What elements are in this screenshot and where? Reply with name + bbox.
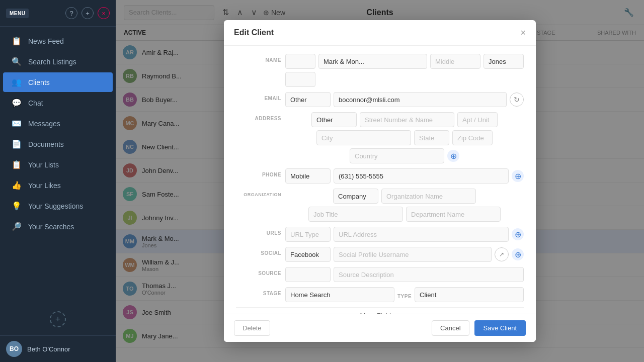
sidebar-item-your-lists[interactable]: 📋 Your Lists: [3, 155, 113, 174]
social-row: SOCIAL ↗ ⊕: [236, 247, 524, 262]
save-client-button[interactable]: Save Client: [474, 320, 526, 336]
add-phone-button[interactable]: ⊕: [512, 170, 524, 182]
add-client-button[interactable]: +: [50, 311, 66, 327]
social-label: SOCIAL: [236, 247, 281, 256]
sidebar-item-label: Your Likes: [28, 182, 61, 190]
job-title-input[interactable]: [308, 207, 403, 222]
name-label: NAME: [236, 54, 281, 63]
type-value-input[interactable]: [415, 287, 524, 302]
phone-label: PHONE: [236, 168, 281, 177]
name-last-input[interactable]: [484, 54, 524, 69]
cancel-button[interactable]: Cancel: [432, 320, 469, 336]
close-icon[interactable]: ×: [98, 7, 110, 19]
source-label: SOURCE: [236, 267, 281, 276]
phone-value-input[interactable]: [334, 168, 509, 184]
sidebar-item-your-likes[interactable]: 👍 Your Likes: [3, 175, 113, 195]
sidebar-item-label: Messages: [28, 120, 60, 128]
help-icon[interactable]: ?: [65, 7, 77, 19]
phone-fields: ⊕: [285, 168, 524, 184]
type-label: TYPE: [397, 290, 412, 299]
sidebar-item-search-listings[interactable]: 🔍 Search Listings: [3, 52, 113, 71]
sidebar-item-messages[interactable]: ✉️ Messages: [3, 114, 113, 133]
name-row: NAME: [236, 54, 524, 87]
sidebar-item-label: Your Searches: [28, 223, 74, 231]
name-first-input[interactable]: [318, 54, 427, 69]
sidebar-item-label: Your Suggestions: [28, 202, 83, 210]
source-fields: [285, 267, 524, 282]
sidebar-nav: 📋 News Feed 🔍 Search Listings 👥 Clients …: [0, 27, 116, 303]
your-suggestions-icon: 💡: [11, 201, 22, 211]
address-row: ADDRESS: [236, 112, 524, 163]
name-fields: [285, 54, 524, 87]
sidebar-item-your-searches[interactable]: 🔎 Your Searches: [3, 217, 113, 236]
phone-type-input[interactable]: [285, 168, 331, 184]
sidebar-item-label: Documents: [28, 140, 64, 148]
email-fields: ↻: [285, 92, 524, 107]
social-username-input[interactable]: [334, 247, 492, 262]
email-value-input[interactable]: [334, 92, 507, 107]
email-row: EMAIL ↻: [236, 92, 524, 107]
footer-right: Cancel Save Client: [432, 320, 526, 336]
name-middle-input[interactable]: [430, 54, 480, 69]
email-label: EMAIL: [236, 92, 281, 101]
department-input[interactable]: [406, 207, 501, 222]
source-row: SOURCE: [236, 267, 524, 282]
address-apt-input[interactable]: [457, 112, 498, 127]
sidebar-item-chat[interactable]: 💬 Chat: [3, 93, 113, 113]
sidebar: MENU ? + × 📋 News Feed 🔍 Search Listings…: [0, 0, 116, 362]
organization-row: ORGANIZATION: [236, 189, 524, 222]
chat-icon: 💬: [11, 98, 22, 108]
sidebar-item-news-feed[interactable]: 📋 News Feed: [3, 31, 113, 51]
main-area: ⇅ ∧ ∨ ⊕ New Clients 🔧 ACTIVE Active ▾ ST…: [116, 0, 644, 362]
stage-value-input[interactable]: [285, 287, 394, 302]
sidebar-item-label: Clients: [28, 78, 50, 86]
address-fields: ⊕: [285, 112, 524, 163]
modal-close-button[interactable]: ×: [520, 28, 526, 37]
org-name-input[interactable]: [381, 189, 476, 204]
address-country-input[interactable]: [350, 148, 444, 163]
social-fields: ↗ ⊕: [285, 247, 524, 262]
sidebar-header: MENU ? + ×: [0, 0, 116, 27]
address-state-input[interactable]: [414, 130, 449, 145]
sidebar-item-clients[interactable]: 👥 Clients: [3, 72, 113, 92]
name-suffix-input[interactable]: [285, 72, 315, 87]
news-feed-icon: 📋: [11, 36, 22, 46]
sidebar-item-documents[interactable]: 📄 Documents: [3, 134, 113, 154]
address-street-input[interactable]: [360, 112, 454, 127]
urls-row: URLS ⊕: [236, 227, 524, 242]
address-city-input[interactable]: [316, 130, 411, 145]
your-likes-icon: 👍: [11, 180, 22, 190]
source-type-input[interactable]: [285, 267, 331, 282]
sidebar-header-icons: ? + ×: [65, 7, 110, 19]
address-zip-input[interactable]: [452, 130, 493, 145]
edit-client-modal: Edit Client × NAME EMAIL: [224, 20, 536, 342]
sidebar-item-label: Your Lists: [28, 161, 59, 169]
your-searches-icon: 🔎: [11, 222, 22, 231]
name-prefix-input[interactable]: [285, 54, 315, 69]
email-action-button[interactable]: ↻: [510, 93, 524, 107]
add-icon[interactable]: +: [82, 7, 94, 19]
email-type-input[interactable]: [285, 92, 331, 107]
social-link-button[interactable]: ↗: [495, 247, 509, 261]
url-type-input[interactable]: [285, 227, 331, 242]
modal-header: Edit Client ×: [224, 20, 536, 46]
url-address-input[interactable]: [334, 227, 509, 242]
menu-button[interactable]: MENU: [6, 9, 29, 18]
org-type-input[interactable]: [333, 189, 378, 204]
sidebar-item-your-suggestions[interactable]: 💡 Your Suggestions: [3, 196, 113, 216]
documents-icon: 📄: [11, 139, 22, 149]
add-url-button[interactable]: ⊕: [512, 228, 524, 240]
add-social-button[interactable]: ⊕: [512, 248, 524, 260]
stage-type-fields: TYPE: [285, 287, 524, 302]
modal-footer: Delete Cancel Save Client: [224, 314, 536, 342]
social-type-input[interactable]: [285, 247, 331, 262]
delete-button[interactable]: Delete: [234, 320, 270, 336]
search-listings-icon: 🔍: [11, 57, 22, 66]
add-address-button[interactable]: ⊕: [447, 150, 459, 162]
modal-overlay: Edit Client × NAME EMAIL: [116, 0, 644, 362]
stage-type-row: STAGE TYPE: [236, 287, 524, 302]
address-type-input[interactable]: [311, 112, 357, 127]
stage-field-label: STAGE: [236, 287, 281, 296]
urls-label: URLS: [236, 227, 281, 236]
source-desc-input[interactable]: [334, 267, 524, 282]
